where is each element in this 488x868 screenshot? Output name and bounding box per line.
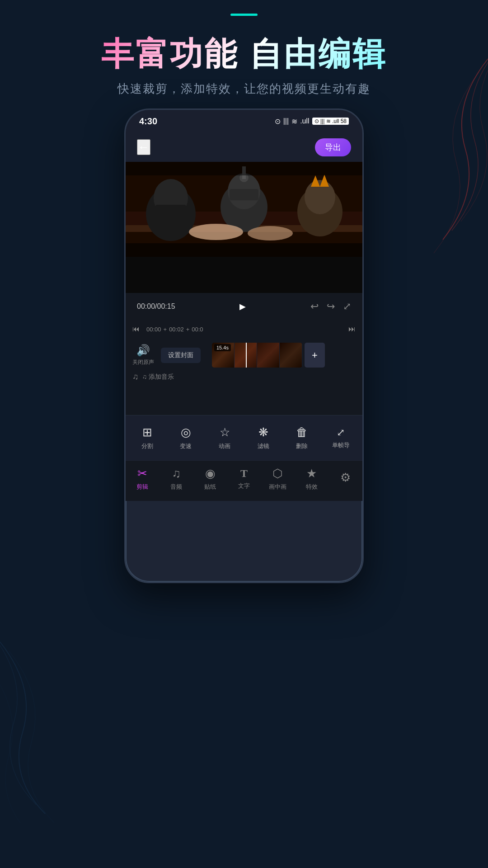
pip-label: 画中画 [269,483,286,491]
music-icon: ♫ [132,372,139,382]
signal-icon: ||| [283,117,289,125]
timeline-dot-1: + [164,326,167,333]
svg-rect-9 [230,189,258,200]
network-icon: .ull [300,117,309,125]
delete-label: 删除 [296,442,308,450]
nav-effects[interactable]: ★ 特效 [296,467,328,491]
tool-filter[interactable]: ❋ 滤镜 [249,425,278,450]
text-label: 文字 [238,482,250,490]
filter-icon: ❋ [258,425,268,439]
clip-strip: 15.4s + [212,343,325,368]
add-clip-button[interactable]: + [305,343,325,368]
video-preview [126,162,362,293]
play-button[interactable]: ▶ [235,298,251,315]
more-icon: ⚙ [340,471,351,485]
audio-label: 音频 [170,483,182,491]
video-frame [126,162,362,257]
timeline-marker-1: 00:00 [146,326,161,333]
alarm-icon: ⊙ [275,117,281,126]
tool-speed[interactable]: ◎ 变速 [171,425,201,450]
frame-export-label: 单帧导 [332,441,350,449]
effects-icon: ★ [306,467,317,481]
video-scene-svg [126,162,362,257]
tool-split[interactable]: ⊞ 分割 [132,425,162,450]
pip-icon: ⬡ [272,467,283,481]
export-button[interactable]: 导出 [315,138,351,156]
svg-point-16 [248,226,293,241]
cover-button[interactable]: 设置封面 [161,348,201,363]
tool-animation[interactable]: ☆ 动画 [210,425,239,450]
status-icons: ⊙ ||| ≋ .ull ⊙ ||| ≋ .ull 58 [275,117,349,126]
timeline-marker-3: 00:0 [192,326,203,333]
clip-controls-row: 🔊 关闭原声 设置封面 [132,343,356,368]
top-pill [230,14,258,16]
mute-control[interactable]: 🔊 关闭原声 [132,344,154,366]
status-time: 4:30 [139,116,157,127]
effects-label: 特效 [306,483,318,491]
mute-label: 关闭原声 [132,359,154,366]
text-icon: T [240,467,248,480]
add-music-label: ♫ 添加音乐 [142,373,174,381]
phone-mockup: 4:30 ⊙ ||| ≋ .ull ⊙ ||| ≋ .ull 58 ← 导出 [124,108,364,583]
tool-delete[interactable]: 🗑 删除 [287,425,317,450]
playback-controls: 00:00/00:15 ▶ ↩ ↪ ⤢ [126,293,362,320]
frame-export-icon: ⤢ [337,427,345,439]
nav-pip[interactable]: ⬡ 画中画 [262,467,294,491]
bg-decoration-left [0,597,136,823]
undo-icon[interactable]: ↩ [310,301,319,312]
nav-sticker[interactable]: ◉ 贴纸 [194,467,226,491]
phone-header: ← 导出 [126,132,362,162]
redo-icon[interactable]: ↪ [327,301,335,312]
nav-audio[interactable]: ♫ 音频 [160,467,192,491]
hero-section: 丰富功能 自由编辑 快速裁剪，添加特效，让您的视频更生动有趣 [0,36,488,97]
sticker-label: 贴纸 [204,483,216,491]
phone-screen: 4:30 ⊙ ||| ≋ .ull ⊙ ||| ≋ .ull 58 ← 导出 [126,110,362,582]
animation-icon: ☆ [220,425,230,439]
fullscreen-icon[interactable]: ⤢ [343,301,351,312]
music-row[interactable]: ♫ ♫ 添加音乐 [132,372,356,382]
sticker-icon: ◉ [205,467,216,481]
back-button[interactable]: ← [137,139,150,155]
nav-more[interactable]: ⚙ [329,471,361,487]
clip-editor: 🔊 关闭原声 设置封面 [126,338,362,415]
phone-outer-frame: 4:30 ⊙ ||| ≋ .ull ⊙ ||| ≋ .ull 58 ← 导出 [124,108,364,583]
svg-point-15 [189,224,243,240]
skip-end-icon[interactable]: ⏭ [348,325,356,333]
timeline-cursor [246,343,247,368]
timeline-area: ⏮ 00:00 + 00:02 + 00:0 ⏭ [126,320,362,338]
edit-label: 剪辑 [136,483,148,491]
clip-thumbnail-container: 15.4s [212,343,302,368]
split-label: 分割 [141,442,153,450]
control-icons: ↩ ↪ ⤢ [310,301,351,312]
top-indicator-bar [230,14,258,16]
filter-label: 滤镜 [258,442,269,450]
timeline-dot-2: + [186,326,190,333]
bottom-navigation: ✂ 剪辑 ♫ 音频 ◉ 贴纸 T 文字 ⬡ 画中画 [126,460,362,501]
mute-icon: 🔊 [136,344,150,357]
tool-frame-export[interactable]: ⤢ 单帧导 [326,427,356,449]
svg-point-13 [305,180,335,214]
edit-icon: ✂ [137,467,147,481]
battery-icon: ⊙ ||| ≋ .ull 58 [312,118,349,125]
audio-icon: ♫ [172,467,181,481]
clip-duration-badge: 15.4s [214,344,231,351]
nav-edit[interactable]: ✂ 剪辑 [127,467,158,491]
animation-label: 动画 [219,442,230,450]
timeline-track[interactable]: 00:00 + 00:02 + 00:0 [146,326,342,333]
hero-title: 丰富功能 自由编辑 [101,36,387,72]
nav-text[interactable]: T 文字 [228,467,260,490]
wifi-icon: ≋ [291,117,297,126]
tools-bar: ⊞ 分割 ◎ 变速 ☆ 动画 ❋ 滤镜 🗑 删除 [126,415,362,460]
status-bar: 4:30 ⊙ ||| ≋ .ull ⊙ ||| ≋ .ull 58 [126,110,362,132]
video-lower-area [126,257,362,293]
speed-icon: ◎ [181,425,191,439]
clip-thumb-3 [257,343,280,368]
svg-rect-6 [155,205,187,218]
clip-thumb-4 [280,343,302,368]
hero-subtitle: 快速裁剪，添加特效，让您的视频更生动有趣 [18,81,470,97]
svg-rect-17 [126,162,362,175]
timeline-marker-2: 00:02 [169,326,184,333]
split-icon: ⊞ [142,425,152,439]
time-display: 00:00/00:15 [137,302,175,311]
skip-start-icon[interactable]: ⏮ [132,325,140,333]
